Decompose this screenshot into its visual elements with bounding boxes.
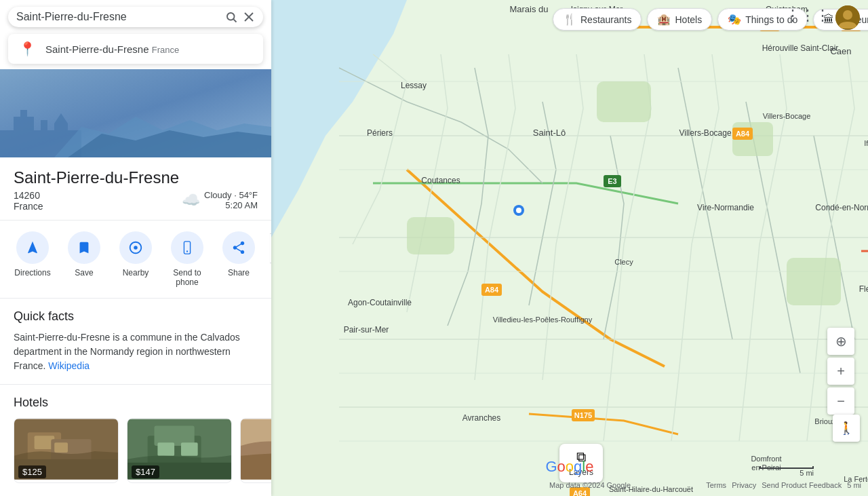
chip-restaurants[interactable]: 🍴 Restaurants [553, 8, 642, 31]
hotels-list: $125 $14 [14, 418, 271, 483]
nearby-button[interactable]: Nearby [115, 231, 156, 287]
map-footer: Map data ©2024 Google Terms Privacy Send… [549, 481, 861, 489]
svg-text:Agon-Coutainville: Agon-Coutainville [348, 298, 412, 307]
search-box [8, 7, 263, 27]
my-location-button[interactable]: ⊕ [827, 328, 854, 355]
save-icon-circle [68, 231, 100, 264]
google-logo: Google [545, 458, 593, 476]
nearby-icon-circle [119, 231, 152, 264]
weather-info: ☁️ Cloudy · 54°F 5:20 AM [182, 190, 258, 210]
wikipedia-link[interactable]: Wikipedia [48, 360, 90, 371]
svg-text:Villedieu-les-Poêles-Rouffigny: Villedieu-les-Poêles-Rouffigny [493, 316, 593, 324]
location-pin-icon: 📍 [19, 41, 36, 57]
suggestion-name: Saint-Pierre-du-Fresne France [45, 43, 179, 55]
svg-point-56 [134, 246, 138, 250]
action-buttons: Directions Save Nearby [0, 221, 271, 299]
sidebar-scroll[interactable]: Quick facts Saint-Pierre-du-Fresne is a … [0, 299, 271, 496]
quick-facts-section: Quick facts Saint-Pierre-du-Fresne is a … [0, 299, 271, 385]
svg-text:Saint-Lô: Saint-Lô [533, 128, 566, 138]
svg-text:Flers: Flers [859, 284, 868, 294]
place-postal: 14260 [14, 190, 43, 201]
svg-rect-70 [181, 442, 198, 456]
svg-text:Pair-sur-Mer: Pair-sur-Mer [344, 325, 389, 335]
zoom-in-button[interactable]: + [827, 358, 854, 385]
sidebar: 📍 Saint-Pierre-du-Fresne France [0, 0, 271, 496]
save-button[interactable]: Save [64, 231, 104, 287]
things-to-do-icon: 🎭 [728, 13, 741, 26]
weather-desc: Cloudy · 54°F [204, 190, 258, 200]
terms-link[interactable]: Terms [706, 481, 726, 489]
directions-button[interactable]: Directions [12, 231, 53, 287]
svg-text:N175: N175 [574, 411, 592, 419]
svg-rect-69 [157, 442, 174, 456]
chip-hotels-label: Hotels [675, 14, 702, 25]
hotel-card-3[interactable] [240, 418, 271, 483]
feedback-link[interactable]: Send Product Feedback [762, 481, 842, 489]
svg-text:A84: A84 [736, 130, 750, 138]
hotel-price-1: $125 [18, 465, 46, 478]
svg-text:Villers-Bocage: Villers-Bocage [679, 128, 731, 138]
svg-line-52 [233, 19, 236, 22]
share-button[interactable]: Share [218, 231, 259, 287]
directions-icon-circle [16, 231, 49, 264]
hotels-title: Hotels [14, 396, 271, 410]
svg-text:Lessay: Lessay [401, 81, 427, 90]
map-data-label: Map data ©2024 Google [549, 481, 631, 489]
search-input[interactable] [16, 11, 220, 23]
privacy-link[interactable]: Privacy [732, 481, 756, 489]
quick-facts-text: Saint-Pierre-du-Fresne is a commune in t… [14, 330, 258, 373]
svg-text:Coutances: Coutances [421, 176, 460, 185]
send-to-phone-button[interactable]: Send to phone [167, 231, 208, 287]
hotel-card-1[interactable]: $125 [14, 418, 119, 483]
svg-point-51 [227, 13, 235, 20]
svg-text:Ifs: Ifs [864, 139, 868, 147]
send-to-phone-label: Send to phone [173, 268, 201, 287]
collapse-sidebar-button[interactable] [270, 233, 271, 263]
map-controls: ⊕ + − [827, 328, 854, 415]
hero-image [0, 69, 271, 157]
weather-time: 5:20 AM [204, 200, 258, 210]
scale-bar: 5 mi [760, 466, 814, 477]
svg-rect-4 [407, 217, 454, 254]
svg-text:Marais du: Marais du [509, 4, 548, 14]
place-info: Saint-Pierre-du-Fresne 14260 France ☁️ C… [0, 157, 271, 221]
scale-value: 5 mi [800, 469, 814, 477]
close-button[interactable] [243, 11, 255, 23]
place-name: Saint-Pierre-du-Fresne [14, 168, 258, 187]
search-button[interactable] [225, 11, 237, 23]
nearby-label: Nearby [123, 268, 149, 278]
street-view-button[interactable]: 🚶 [833, 415, 860, 442]
quick-facts-title: Quick facts [14, 309, 258, 324]
hotel-card-2[interactable]: $147 [127, 418, 232, 483]
svg-point-48 [516, 208, 521, 213]
svg-text:Condé-en-Normandie: Condé-en-Normandie [815, 203, 868, 212]
svg-text:Domfront: Domfront [751, 455, 781, 463]
hotels-section: Hotels [0, 385, 271, 494]
hotel-icon: 🏨 [657, 13, 671, 26]
search-suggestion[interactable]: 📍 Saint-Pierre-du-Fresne France [8, 34, 263, 64]
svg-text:A64: A64 [573, 489, 587, 496]
google-apps-icon[interactable]: ⋮⋮⋮ [785, 7, 830, 24]
directions-label: Directions [14, 268, 50, 278]
svg-point-50 [843, 10, 852, 20]
share-label: Share [228, 268, 250, 278]
svg-text:Villers-Bocage: Villers-Bocage [763, 112, 811, 120]
weather-icon: ☁️ [182, 191, 200, 209]
svg-text:Vire-Normandie: Vire-Normandie [697, 203, 754, 212]
send-to-phone-icon-circle [171, 231, 203, 264]
svg-text:A84: A84 [485, 286, 499, 294]
restaurant-icon: 🍴 [563, 13, 576, 26]
scale-label: 5 mi [847, 481, 861, 489]
place-country: France [14, 201, 43, 212]
svg-text:Clecy: Clecy [614, 258, 633, 266]
svg-text:E3: E3 [608, 177, 616, 185]
svg-rect-5 [787, 258, 841, 305]
user-avatar[interactable] [835, 5, 860, 30]
hotel-price-2: $147 [132, 465, 159, 478]
svg-text:Avranches: Avranches [462, 413, 500, 423]
map-area[interactable]: N13 A84 A84 E3 N175 A64 Marais du Isigny… [271, 0, 868, 496]
zoom-out-button[interactable]: − [827, 387, 854, 415]
chip-hotels[interactable]: 🏨 Hotels [647, 8, 712, 31]
svg-text:Périers: Périers [367, 128, 393, 138]
share-icon-circle [222, 231, 255, 264]
